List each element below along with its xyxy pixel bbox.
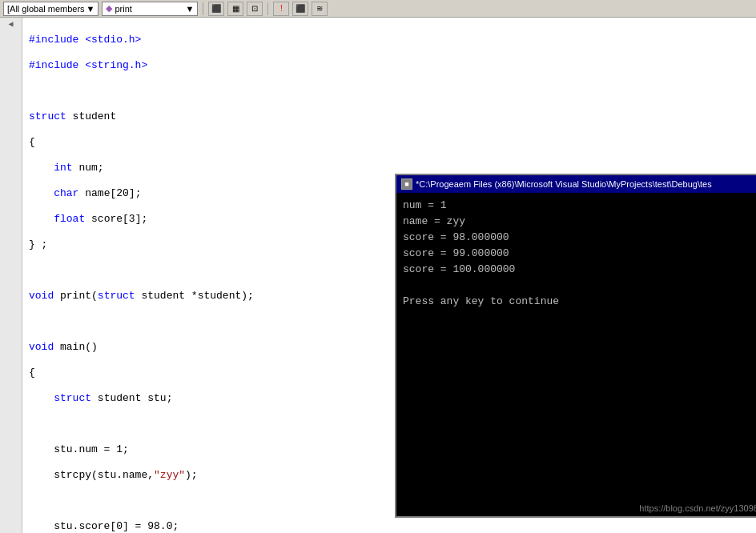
dropdown2-arrow-icon[interactable]: ▼	[186, 4, 195, 14]
function-dropdown-label: print	[115, 4, 131, 14]
toolbar-btn-4[interactable]: ⬛	[292, 2, 308, 16]
console-line-7: Press any key to continue	[403, 294, 756, 310]
console-line-3: score = 98.000000	[403, 230, 756, 246]
toolbar-btn-3[interactable]: ⊡	[247, 2, 263, 16]
console-title: *C:\Progeaem Files (x86)\Microsoft Visua…	[416, 179, 756, 189]
dropdown-arrow-icon[interactable]: ▼	[86, 4, 95, 14]
separator1	[203, 2, 203, 15]
main-area: ◀ #include <stdio.h> #include <string.h>…	[0, 18, 756, 533]
console-icon: ■	[401, 178, 412, 190]
toolbar: [All global members ▼ ◆ print ▼ ⬛ ▦ ⊡ ! …	[0, 0, 756, 18]
console-line-6	[403, 278, 756, 294]
toolbar-btn-1[interactable]: ⬛	[208, 2, 224, 16]
separator2	[267, 2, 268, 15]
console-titlebar[interactable]: ■ *C:\Progeaem Files (x86)\Microsoft Vis…	[396, 175, 756, 193]
console-line-4: score = 99.000000	[403, 246, 756, 262]
code-container: #include <stdio.h> #include <string.h> s…	[22, 18, 756, 533]
console-line-1: num = 1	[403, 198, 756, 214]
collapse-btn[interactable]: ◀	[8, 19, 13, 29]
function-icon: ◆	[106, 3, 112, 14]
toolbar-btn-2[interactable]: ▦	[227, 2, 243, 16]
function-dropdown[interactable]: ◆ print ▼	[102, 2, 198, 16]
members-dropdown-label: [All global members	[7, 4, 85, 14]
console-window: ■ *C:\Progeaem Files (x86)\Microsoft Vis…	[395, 174, 756, 518]
watermark: https://blog.csdn.net/zyy130988	[639, 503, 756, 513]
toolbar-btn-warning[interactable]: !	[273, 2, 289, 16]
console-line-5: score = 100.000000	[403, 262, 756, 278]
toolbar-btn-5[interactable]: ≋	[312, 2, 328, 16]
members-dropdown[interactable]: [All global members ▼	[3, 2, 99, 16]
console-line-2: name = zyy	[403, 214, 756, 230]
console-body: num = 1 name = zyy score = 98.000000 sco…	[396, 193, 756, 315]
